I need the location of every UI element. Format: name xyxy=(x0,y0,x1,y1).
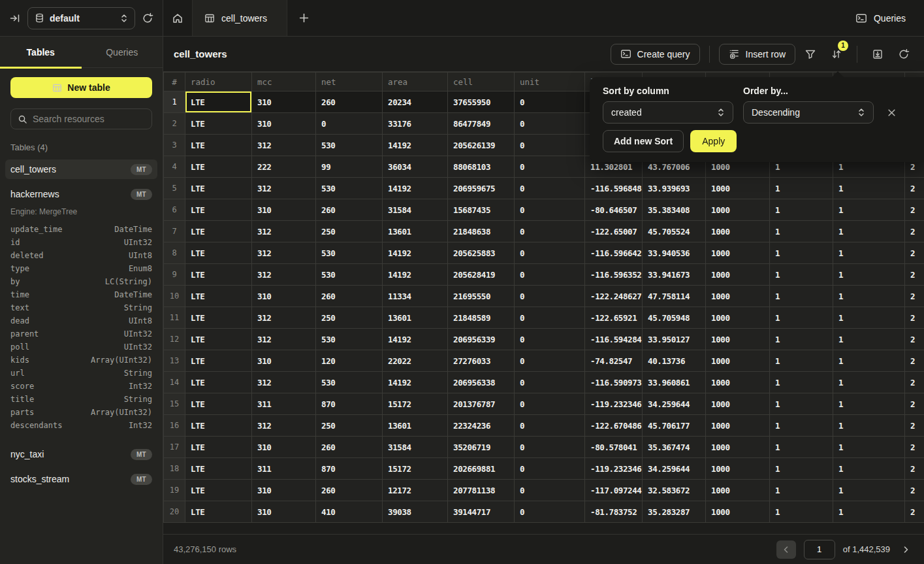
database-selector[interactable]: default xyxy=(27,7,135,29)
table-cell[interactable]: 1 xyxy=(833,221,905,242)
table-cell[interactable]: LTE xyxy=(185,156,252,178)
table-cell[interactable]: 205625883 xyxy=(448,242,515,264)
table-cell[interactable]: 2 xyxy=(905,458,924,480)
table-cell[interactable]: 21848638 xyxy=(448,221,515,242)
table-cell[interactable]: 1 xyxy=(833,501,905,523)
download-icon[interactable] xyxy=(867,44,889,65)
table-cell[interactable]: -117.097244 xyxy=(585,480,643,501)
table-cell[interactable]: -119.232346 xyxy=(585,458,643,480)
add-new-sort-button[interactable]: Add new Sort xyxy=(603,130,684,152)
table-cell[interactable]: 1 xyxy=(833,178,905,199)
table-cell[interactable]: 1 xyxy=(833,199,905,221)
table-cell[interactable]: 0 xyxy=(515,264,585,286)
table-cell[interactable]: 530 xyxy=(316,135,383,156)
table-cell[interactable]: 0 xyxy=(515,393,585,415)
sort-order-select[interactable]: Descending xyxy=(743,101,874,124)
table-cell[interactable]: 1 xyxy=(770,264,833,286)
table-cell[interactable]: 1000 xyxy=(706,437,770,458)
next-page-button[interactable] xyxy=(898,540,914,559)
table-cell[interactable]: 312 xyxy=(252,264,316,286)
table-cell[interactable]: 13601 xyxy=(383,221,448,242)
table-cell[interactable]: 1 xyxy=(770,242,833,264)
table-cell[interactable]: 35.283287 xyxy=(643,501,706,523)
table-cell[interactable]: 34.259644 xyxy=(643,393,706,415)
table-cell[interactable]: 1 xyxy=(770,221,833,242)
table-cell[interactable]: 0 xyxy=(515,350,585,372)
table-cell[interactable]: 33.940536 xyxy=(643,242,706,264)
table-cell[interactable]: 312 xyxy=(252,221,316,242)
close-icon[interactable] xyxy=(884,105,899,120)
table-cell[interactable]: 2 xyxy=(905,221,924,242)
table-cell[interactable]: 15687435 xyxy=(448,199,515,221)
table-cell[interactable]: -116.590973 xyxy=(585,372,643,393)
table-cell[interactable]: 260 xyxy=(316,199,383,221)
table-cell[interactable]: 120 xyxy=(316,350,383,372)
table-cell[interactable]: 34.259644 xyxy=(643,458,706,480)
home-tab[interactable] xyxy=(163,0,192,36)
table-cell[interactable]: 11334 xyxy=(383,286,448,307)
table-cell[interactable]: 260 xyxy=(316,437,383,458)
table-cell[interactable]: 1000 xyxy=(706,480,770,501)
table-cell[interactable]: 14192 xyxy=(383,329,448,350)
table-cell[interactable]: 206959675 xyxy=(448,178,515,199)
sidebar-tab-tables[interactable]: Tables xyxy=(0,37,82,67)
table-cell[interactable]: 1 xyxy=(833,350,905,372)
table-cell[interactable]: 1000 xyxy=(706,393,770,415)
filter-icon[interactable] xyxy=(799,44,821,65)
table-cell[interactable]: 1 xyxy=(833,307,905,329)
table-cell[interactable]: 14192 xyxy=(383,264,448,286)
table-cell[interactable]: 14192 xyxy=(383,178,448,199)
table-cell[interactable]: 1000 xyxy=(706,501,770,523)
table-cell[interactable]: 1000 xyxy=(706,458,770,480)
table-cell[interactable]: 0 xyxy=(515,415,585,437)
table-cell[interactable]: 1 xyxy=(833,286,905,307)
table-cell[interactable]: LTE xyxy=(185,458,252,480)
tab-cell-towers[interactable]: cell_towers xyxy=(192,0,287,36)
table-cell[interactable]: 0 xyxy=(515,113,585,135)
table-cell[interactable]: 35.383408 xyxy=(643,199,706,221)
table-cell[interactable]: 0 xyxy=(515,199,585,221)
table-cell[interactable]: LTE xyxy=(185,501,252,523)
table-cell[interactable]: 0 xyxy=(515,372,585,393)
table-cell[interactable]: 260 xyxy=(316,91,383,113)
table-cell[interactable]: 35206719 xyxy=(448,437,515,458)
table-cell[interactable]: -119.232346 xyxy=(585,393,643,415)
table-cell[interactable]: 1 xyxy=(770,501,833,523)
table-cell[interactable]: 12172 xyxy=(383,480,448,501)
table-cell[interactable]: 0 xyxy=(515,178,585,199)
table-cell[interactable]: -116.594284 xyxy=(585,329,643,350)
table-cell[interactable]: 86477849 xyxy=(448,113,515,135)
table-cell[interactable]: 1000 xyxy=(706,178,770,199)
table-cell[interactable]: 1000 xyxy=(706,350,770,372)
table-cell[interactable]: 1 xyxy=(770,286,833,307)
table-cell[interactable]: 1 xyxy=(770,199,833,221)
table-cell[interactable]: 1 xyxy=(833,329,905,350)
table-cell[interactable]: -81.783752 xyxy=(585,501,643,523)
table-cell[interactable]: 310 xyxy=(252,91,316,113)
table-cell[interactable]: 1 xyxy=(833,372,905,393)
new-table-button[interactable]: New table xyxy=(10,77,152,98)
table-cell[interactable]: 2 xyxy=(905,480,924,501)
table-cell[interactable]: 310 xyxy=(252,199,316,221)
table-cell[interactable]: 13601 xyxy=(383,415,448,437)
table-cell[interactable]: 312 xyxy=(252,307,316,329)
table-cell[interactable]: -122.248627 xyxy=(585,286,643,307)
table-cell[interactable]: 530 xyxy=(316,264,383,286)
table-cell[interactable]: -116.596642 xyxy=(585,242,643,264)
table-cell[interactable]: 37655950 xyxy=(448,91,515,113)
table-cell[interactable]: -80.578041 xyxy=(585,437,643,458)
create-query-button[interactable]: Create query xyxy=(611,44,700,65)
queries-button[interactable]: Queries xyxy=(855,12,906,24)
table-cell[interactable]: 45.706177 xyxy=(643,415,706,437)
table-cell[interactable]: LTE xyxy=(185,393,252,415)
table-cell[interactable]: LTE xyxy=(185,437,252,458)
table-cell[interactable]: LTE xyxy=(185,242,252,264)
table-cell[interactable]: 1 xyxy=(770,329,833,350)
table-cell[interactable]: 2 xyxy=(905,415,924,437)
table-cell[interactable]: 2 xyxy=(905,501,924,523)
prev-page-button[interactable] xyxy=(776,540,796,559)
table-cell[interactable]: 33.939693 xyxy=(643,178,706,199)
table-cell[interactable]: -74.82547 xyxy=(585,350,643,372)
table-cell[interactable]: 2 xyxy=(905,286,924,307)
table-cell[interactable]: -122.65921 xyxy=(585,307,643,329)
